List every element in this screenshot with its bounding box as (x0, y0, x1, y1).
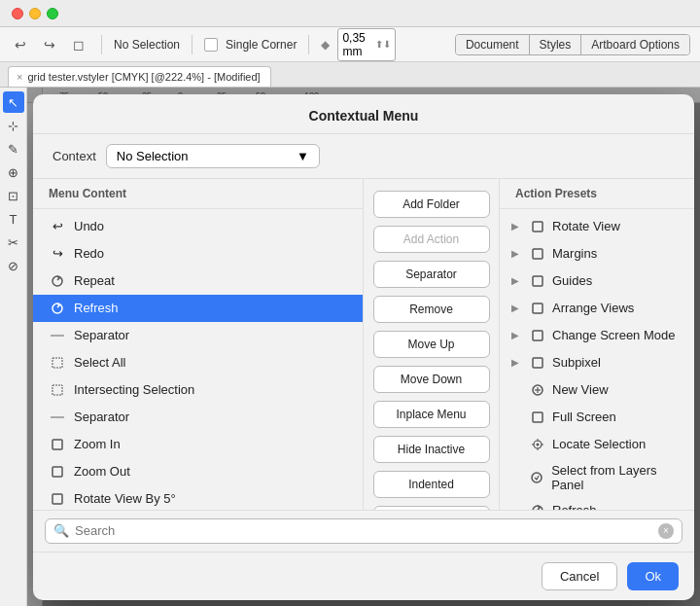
minimize-button[interactable] (29, 8, 41, 19)
tool-select[interactable]: ↖ (3, 91, 24, 113)
view-tabs: Document Styles Artboard Options (455, 34, 690, 55)
svg-rect-3 (52, 385, 62, 395)
menu-content-header: Menu Content (33, 179, 363, 209)
action-item[interactable]: ▶Subpixel (500, 349, 694, 376)
tool-scissors[interactable]: ✂ (3, 232, 24, 253)
middle-button[interactable]: Hide Inactive (373, 436, 490, 463)
menu-item-label: Rotate View By 5° (74, 491, 176, 506)
action-item[interactable]: ▶Guides (500, 267, 694, 295)
tab-artboard-options[interactable]: Artboard Options (581, 35, 689, 54)
menu-item[interactable]: Separator (33, 404, 363, 431)
menu-item-icon (49, 327, 66, 344)
menu-item[interactable]: Rotate View By 5° (33, 485, 363, 510)
menu-item-label: Separator (74, 410, 129, 424)
menu-item[interactable]: Repeat (33, 267, 363, 295)
undo-button[interactable]: ↩ (10, 34, 31, 55)
action-item[interactable]: ▶Change Screen Mode (500, 322, 694, 349)
context-dropdown[interactable]: No Selection ▼ (106, 144, 320, 168)
action-item-label: Locate Selection (552, 437, 646, 451)
middle-button[interactable]: Indented (373, 471, 490, 498)
action-arrow-icon: ▶ (511, 248, 523, 259)
svg-point-1 (52, 303, 62, 313)
shape-icon[interactable]: ◻ (68, 34, 89, 55)
menu-item-label: Intersecting Selection (74, 382, 194, 397)
stepper-icon: ⬆⬇ (375, 39, 391, 50)
action-item-icon (529, 381, 546, 399)
svg-rect-21 (533, 412, 542, 422)
middle-button[interactable]: Inplace Menu (373, 401, 490, 428)
measure-field[interactable]: 0,35 mm ⬆⬇ (337, 28, 396, 61)
action-item[interactable]: Full Screen (500, 404, 694, 431)
document-tab[interactable]: × grid tester.vstyler [CMYK] [@222.4%] -… (8, 66, 271, 87)
middle-button[interactable]: Move Down (373, 366, 490, 393)
menu-item-label: Separator (74, 328, 129, 342)
menu-item[interactable]: Separator (33, 322, 363, 349)
canvas-area: -75 -50 -25 0 25 50 100 Contextual Menu … (27, 88, 700, 606)
action-item[interactable]: Locate Selection (500, 431, 694, 458)
tool-zoom[interactable]: ⊕ (3, 161, 24, 183)
middle-button[interactable]: Separator (373, 261, 490, 288)
menu-item[interactable]: Zoom In (33, 431, 363, 458)
action-item[interactable]: ▶Margins (500, 240, 694, 267)
ok-button[interactable]: Ok (627, 562, 679, 590)
main-toolbar: ↩ ↪ ◻ No Selection Single Corner ◆ 0,35 … (0, 27, 700, 62)
menu-item[interactable]: ↩Undo (33, 213, 363, 240)
single-corner-checkbox[interactable] (204, 38, 218, 52)
action-item-label: Guides (552, 273, 592, 288)
middle-button[interactable]: Remove (373, 296, 490, 323)
menu-item-label: Zoom Out (74, 464, 130, 479)
svg-rect-4 (52, 440, 62, 449)
middle-button[interactable]: Add Folder (373, 191, 490, 218)
tab-close-icon[interactable]: × (17, 71, 22, 83)
action-item-label: Select from Layers Panel (551, 463, 682, 492)
action-item-icon (529, 436, 546, 453)
tool-shape[interactable]: ⊡ (3, 185, 24, 206)
menu-item-label: Undo (74, 219, 104, 233)
action-item-icon (529, 354, 546, 372)
action-item[interactable]: ▶Rotate View (500, 213, 694, 240)
menu-item-icon (49, 354, 66, 372)
svg-rect-5 (52, 467, 62, 477)
menu-item-label: Refresh (74, 301, 119, 315)
menu-item[interactable]: Zoom Out (33, 458, 363, 485)
maximize-button[interactable] (47, 8, 58, 19)
tool-rotate[interactable]: ⊘ (3, 255, 24, 276)
context-value: No Selection (117, 149, 189, 163)
close-button[interactable] (12, 8, 23, 19)
traffic-lights (12, 8, 58, 19)
cancel-button[interactable]: Cancel (542, 562, 617, 590)
menu-item[interactable]: ↪Redo (33, 240, 363, 267)
menu-content-list: ↩Undo↪RedoRepeatRefreshSeparatorSelect A… (33, 209, 363, 510)
svg-rect-15 (533, 303, 542, 313)
tab-document[interactable]: Document (456, 35, 530, 54)
left-panel: Menu Content ↩Undo↪RedoRepeatRefreshSepa… (33, 179, 364, 510)
dialog-footer: Cancel Ok (33, 552, 694, 600)
action-item[interactable]: ▶Arrange Views (500, 295, 694, 322)
action-item-label: Margins (552, 246, 597, 261)
title-bar (0, 0, 700, 27)
action-item[interactable]: New View (500, 376, 694, 404)
menu-item[interactable]: Intersecting Selection (33, 376, 363, 404)
action-item[interactable]: Select from Layers Panel (500, 458, 694, 497)
redo-button[interactable]: ↪ (39, 34, 60, 55)
toolbar-separator-3 (308, 35, 309, 54)
tool-text[interactable]: T (3, 208, 24, 230)
tool-node[interactable]: ⊹ (3, 115, 24, 136)
menu-item-icon (49, 381, 66, 399)
modal-overlay: Contextual Menu Context No Selection ▼ M… (27, 88, 700, 606)
diamond-icon: ◆ (321, 38, 330, 52)
toolbar-separator-2 (192, 35, 192, 54)
menu-item[interactable]: Refresh (33, 295, 363, 322)
tab-styles[interactable]: Styles (530, 35, 582, 54)
menu-item-icon (49, 300, 66, 317)
middle-button[interactable]: Move Up (373, 331, 490, 358)
menu-item[interactable]: Select All (33, 349, 363, 376)
search-clear-button[interactable]: × (658, 523, 674, 539)
tool-pen[interactable]: ✎ (3, 138, 24, 160)
action-arrow-icon: ▶ (511, 357, 523, 368)
action-item-label: New View (552, 382, 609, 397)
action-item-icon (529, 272, 546, 290)
search-input[interactable] (75, 523, 652, 538)
action-item[interactable]: Refresh (500, 497, 694, 510)
svg-point-28 (532, 473, 542, 482)
